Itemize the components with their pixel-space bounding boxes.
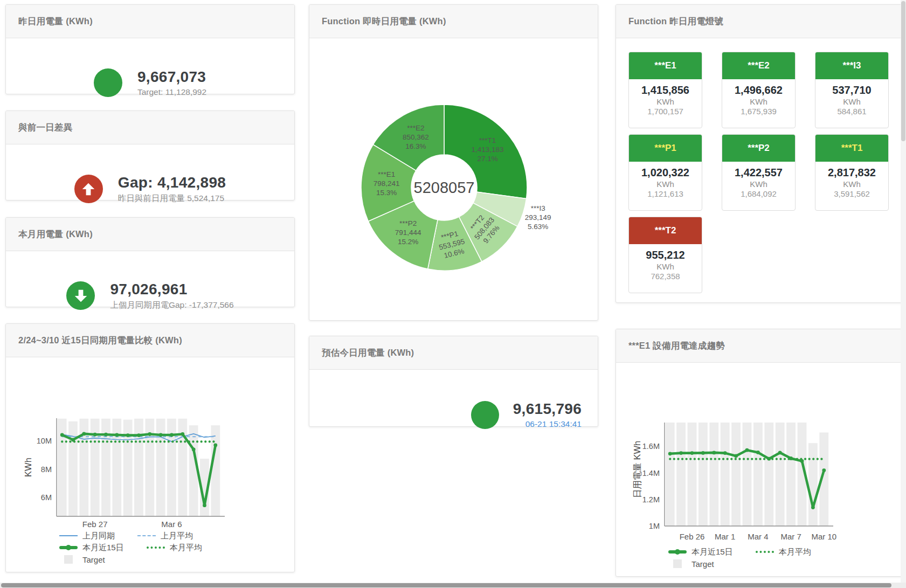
data-point-marker	[778, 451, 782, 455]
target-bar	[776, 423, 785, 526]
light-tile-T1: ***T12,817,832KWh3,591,562	[815, 134, 889, 211]
x-tick-label: Mar 4	[748, 532, 768, 541]
lights-grid: ***E11,415,856KWh1,700,157***E21,496,662…	[628, 52, 889, 293]
light-tile-P1: ***P11,020,322KWh1,121,613	[628, 134, 702, 211]
tile-usage-value: 1,496,662	[722, 84, 795, 96]
tile-target-value: 3,591,562	[815, 189, 888, 198]
horizontal-scrollbar[interactable]	[0, 583, 906, 588]
legend-label: 本月近15日	[82, 543, 124, 553]
donut-center-total: 5208057	[414, 179, 475, 196]
legend-label: 本月近15日	[691, 547, 733, 557]
panel-header: ***E1 設備用電達成趨勢	[616, 329, 904, 363]
legend-item[interactable]: Target	[59, 555, 105, 564]
y-tick-label: 8M	[41, 465, 52, 474]
target-bar	[786, 423, 796, 526]
y-tick-label: 6M	[41, 493, 52, 502]
dotted-line-swatch	[147, 547, 165, 549]
tile-usage-value: 1,020,322	[629, 167, 702, 179]
data-point-marker	[668, 452, 672, 455]
tile-status-header: ***P1	[629, 135, 702, 162]
day-gap-value: Gap: 4,142,898	[118, 174, 226, 191]
target-bar	[731, 423, 741, 526]
panel-title: 與前一日差異	[18, 122, 72, 134]
data-point-marker	[203, 503, 206, 507]
donut-chart-area[interactable]: ***T11,413,18327.1%***I3293,1495.63%***T…	[309, 38, 598, 320]
tile-status-header: ***E1	[629, 52, 702, 79]
data-point-marker	[148, 432, 151, 436]
tile-target-value: 762,358	[629, 272, 702, 281]
tile-usage-value: 2,817,832	[815, 167, 888, 179]
y-tick-label: 1M	[649, 522, 660, 530]
legend-item[interactable]: 本月近15日	[59, 543, 124, 553]
panel-15day-compare-chart: 2/24~3/10 近15日同期用電量比較 (KWh) 6M8M10MFeb 2…	[5, 323, 295, 572]
thick-line-swatch	[59, 546, 78, 549]
vertical-scrollbar[interactable]	[901, 0, 906, 583]
target-bar	[134, 419, 143, 516]
panel-header: 與前一日差異	[6, 111, 294, 144]
data-point-marker	[679, 451, 683, 455]
donut-slice-label: ***I3293,1495.63%	[525, 204, 551, 231]
yesterday-usage-target: Target: 11,128,992	[137, 87, 206, 97]
green-status-circle-icon	[471, 401, 499, 429]
legend-item[interactable]: 本月平均	[756, 547, 811, 557]
legend-item[interactable]: 上月同期	[59, 531, 115, 541]
legend-label: Target	[82, 555, 105, 564]
tile-target-value: 1,700,157	[629, 107, 702, 116]
tile-unit-label: KWh	[815, 179, 888, 189]
data-point-marker	[192, 448, 196, 452]
panel-title: 2/24~3/10 近15日同期用電量比較 (KWh)	[18, 335, 182, 347]
thick-line-swatch	[668, 550, 687, 554]
tile-target-value: 1,684,092	[722, 189, 795, 198]
panel-header: 預估今日用電量 (KWh)	[309, 336, 598, 370]
compare15-chart-area[interactable]: 6M8M10MFeb 27Mar 6KWh上月同期上月平均本月近15日本月平均T…	[6, 357, 294, 572]
compare15-legend: 上月同期上月平均本月近15日本月平均Target	[59, 531, 202, 564]
target-bar	[721, 423, 730, 526]
light-tile-T2: ***T2955,212KWh762,358	[628, 217, 702, 293]
e1trend-chart-area[interactable]: 1M1.2M1.4M1.6MFeb 26Mar 1Mar 4Mar 7Mar 1…	[616, 363, 904, 576]
month-usage-gap: 上個月同期用電Gap: -17,377,566	[110, 300, 233, 311]
target-bar	[676, 423, 686, 526]
legend-item[interactable]: 本月平均	[147, 543, 202, 553]
y-axis-title: 日用電量 KWh	[632, 441, 642, 498]
estimate-timestamp: 06-21 15:34:41	[513, 419, 582, 429]
tile-status-header: ***T1	[815, 135, 888, 162]
horizontal-scrollbar-thumb[interactable]	[1, 583, 891, 587]
tile-target-value: 1,121,613	[629, 189, 702, 198]
month-usage-value: 97,026,961	[110, 281, 233, 298]
legend-item[interactable]: 上月平均	[137, 531, 193, 541]
arrow-down-circle-icon	[66, 281, 95, 310]
target-bar	[753, 423, 763, 526]
panel-body: ***E11,415,856KWh1,700,157***E21,496,662…	[616, 38, 904, 302]
data-point-marker	[82, 432, 86, 436]
panel-yesterday-lights: Function 昨日用電燈號 ***E11,415,856KWh1,700,1…	[615, 4, 905, 303]
panel-body: 9,615,796 06-21 15:34:41	[309, 370, 598, 460]
legend-label: 上月同期	[82, 531, 115, 541]
tile-status-header: ***E2	[722, 52, 795, 79]
tile-usage-value: 1,422,557	[722, 167, 795, 179]
data-point-marker	[811, 506, 815, 509]
tile-unit-label: KWh	[815, 97, 888, 106]
tile-unit-label: KWh	[722, 97, 795, 106]
target-bar	[764, 423, 773, 526]
dotted-line-swatch	[756, 551, 774, 553]
tile-status-header: ***I3	[815, 52, 888, 79]
e1trend-legend: 本月近15日本月平均Target	[668, 547, 811, 569]
target-bar	[808, 443, 818, 526]
y-tick-label: 10M	[37, 437, 52, 445]
light-tile-I3: ***I3537,710KWh584,861	[815, 52, 889, 128]
vertical-scrollbar-thumb[interactable]	[901, 1, 905, 141]
data-point-marker	[701, 451, 705, 455]
tile-status-header: ***T2	[629, 217, 702, 244]
legend-label: 本月平均	[779, 547, 811, 557]
tile-unit-label: KWh	[629, 262, 702, 271]
data-point-marker	[745, 448, 749, 452]
tile-unit-label: KWh	[629, 97, 702, 106]
data-point-marker	[723, 451, 727, 455]
legend-label: Target	[691, 559, 714, 569]
y-tick-label: 1.4M	[642, 469, 660, 478]
legend-item[interactable]: 本月近15日	[668, 547, 733, 557]
panel-title: 預估今日用電量 (KWh)	[322, 347, 414, 359]
panel-header: 本月用電量 (KWh)	[6, 218, 294, 251]
green-status-circle-icon	[94, 68, 122, 97]
legend-item[interactable]: Target	[668, 559, 714, 569]
